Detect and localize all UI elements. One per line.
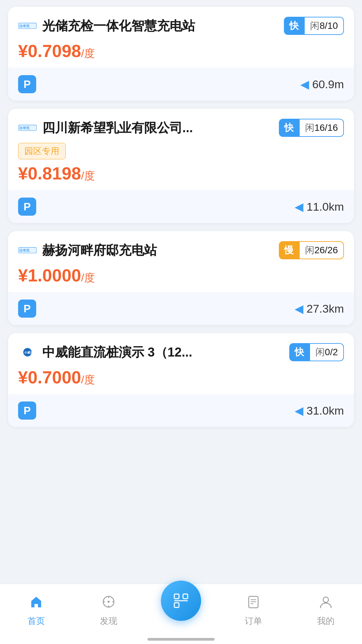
svg-rect-14 — [174, 594, 179, 599]
idle-slots-1: 闲 — [310, 20, 319, 31]
brand-logo-4: 小威云 — [18, 346, 37, 359]
svg-rect-15 — [183, 594, 188, 599]
station-card-2[interactable]: 比华充 四川新希望乳业有限公司... 快 闲16/16 园区专用 ¥0.8198… — [8, 109, 354, 223]
speed-badge-3: 慢 — [279, 241, 299, 259]
distance-3: ◀ 27.3km — [295, 302, 344, 315]
card-bottom-4: P ◀ 31.0km — [8, 394, 354, 427]
card-bottom-2: P ◀ 11.0km — [8, 190, 354, 223]
direction-arrow-4: ◀ — [295, 404, 303, 417]
nav-scan[interactable] — [145, 581, 217, 621]
slots-badge-1: 闲8/10 — [304, 17, 344, 35]
card-bottom-3: P ◀ 27.3km — [8, 292, 354, 325]
nav-orders[interactable]: 订单 — [217, 594, 290, 627]
station-list: 比华充 光储充检一体化智慧充电站 快 闲8/10 ¥0.7098/度 P ◀ 6… — [0, 0, 362, 577]
direction-arrow-2: ◀ — [295, 200, 303, 213]
badges-3: 慢 闲26/26 — [279, 241, 344, 259]
nav-home[interactable]: 首页 — [0, 594, 72, 627]
distance-2: ◀ 11.0km — [295, 200, 344, 213]
station-card-3[interactable]: 比华充 赫扬河畔府邸充电站 慢 闲26/26 ¥1.0000/度 P ◀ 27.… — [8, 231, 354, 325]
station-name-3: 赫扬河畔府邸充电站 — [42, 242, 274, 259]
price-2: ¥0.8198/度 — [18, 163, 344, 183]
idle-slots-4: 闲 — [315, 347, 325, 357]
parking-icon-4: P — [18, 401, 36, 420]
brand-logo-2: 比华充 — [18, 121, 37, 134]
price-4: ¥0.7000/度 — [18, 367, 344, 387]
brand-logo-1: 比华充 — [18, 19, 37, 32]
speed-badge-1: 快 — [284, 17, 304, 35]
compass-icon — [101, 594, 116, 612]
svg-text:比华充: 比华充 — [19, 24, 30, 28]
badges-2: 快 闲16/16 — [279, 119, 344, 137]
nav-home-label: 首页 — [27, 615, 45, 627]
person-icon — [318, 594, 333, 612]
direction-arrow-1: ◀ — [300, 77, 309, 91]
bottom-nav: 首页 发现 — [0, 584, 362, 644]
svg-point-9 — [108, 601, 110, 603]
price-3: ¥1.0000/度 — [18, 265, 344, 285]
speed-badge-4: 快 — [289, 343, 309, 361]
svg-point-22 — [323, 597, 328, 602]
nav-discover-label: 发现 — [100, 615, 117, 627]
badges-1: 快 闲8/10 — [284, 17, 344, 35]
parking-icon-2: P — [18, 198, 36, 216]
home-indicator — [147, 638, 215, 641]
svg-text:小威云: 小威云 — [24, 351, 33, 354]
svg-text:比华充: 比华充 — [19, 249, 30, 252]
station-card-4[interactable]: 小威云 中威能直流桩演示 3（12... 快 闲0/2 ¥0.7000/度 P … — [8, 333, 354, 427]
scan-button[interactable] — [161, 581, 201, 621]
parking-icon-1: P — [18, 75, 36, 93]
station-name-1: 光储充检一体化智慧充电站 — [42, 17, 279, 35]
price-1: ¥0.7098/度 — [18, 41, 344, 61]
nav-profile-label: 我的 — [317, 615, 335, 627]
park-tag-2: 园区专用 — [18, 143, 66, 159]
station-card-1[interactable]: 比华充 光储充检一体化智慧充电站 快 闲8/10 ¥0.7098/度 P ◀ 6… — [8, 7, 354, 101]
brand-logo-3: 比华充 — [18, 244, 37, 257]
home-icon — [29, 594, 44, 612]
idle-slots-3: 闲 — [305, 245, 314, 255]
card-bottom-1: P ◀ 60.9m — [8, 68, 354, 101]
svg-rect-16 — [174, 603, 179, 607]
distance-1: ◀ 60.9m — [300, 77, 344, 91]
parking-icon-3: P — [18, 300, 36, 318]
svg-text:比华充: 比华充 — [19, 126, 30, 130]
idle-slots-2: 闲 — [305, 122, 314, 133]
order-icon — [246, 594, 261, 612]
nav-orders-label: 订单 — [245, 615, 262, 627]
distance-4: ◀ 31.0km — [295, 404, 344, 417]
nav-discover[interactable]: 发现 — [72, 594, 145, 627]
station-name-4: 中威能直流桩演示 3（12... — [42, 344, 284, 361]
speed-badge-2: 快 — [279, 119, 299, 137]
nav-profile[interactable]: 我的 — [290, 594, 362, 627]
slots-badge-2: 闲16/16 — [299, 119, 344, 137]
badges-4: 快 闲0/2 — [289, 343, 344, 361]
station-name-2: 四川新希望乳业有限公司... — [42, 119, 274, 137]
slots-badge-3: 闲26/26 — [299, 241, 344, 259]
slots-badge-4: 闲0/2 — [309, 343, 344, 361]
direction-arrow-3: ◀ — [295, 302, 303, 315]
